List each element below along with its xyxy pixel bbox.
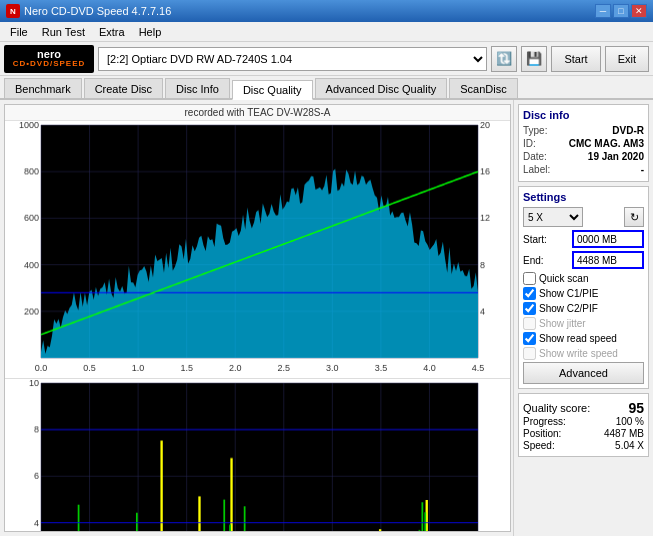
show-c2-pif-checkbox[interactable] (523, 302, 536, 315)
menu-file[interactable]: File (4, 24, 34, 40)
date-value: 19 Jan 2020 (588, 151, 644, 162)
type-value: DVD-R (612, 125, 644, 136)
chart-title: recorded with TEAC DV-W28S-A (5, 105, 510, 121)
progress-label: Progress: (523, 416, 566, 427)
end-label: End: (523, 255, 544, 266)
show-c2-pif-label: Show C2/PIF (539, 303, 598, 314)
id-value: CMC MAG. AM3 (569, 138, 644, 149)
end-row: End: (523, 251, 644, 269)
disc-date-row: Date: 19 Jan 2020 (523, 151, 644, 162)
quick-scan-label: Quick scan (539, 273, 588, 284)
show-jitter-row: Show jitter (523, 317, 644, 330)
nero-logo: nero CD•DVD/SPEED (4, 45, 94, 73)
progress-row: Progress: 100 % (523, 416, 644, 427)
show-c1-pie-row[interactable]: Show C1/PIE (523, 287, 644, 300)
speed-row: 5 X ↻ (523, 207, 644, 227)
tab-create-disc[interactable]: Create Disc (84, 78, 163, 98)
label-label: Label: (523, 164, 550, 175)
maximize-button[interactable]: □ (613, 4, 629, 18)
position-value: 4487 MB (604, 428, 644, 439)
lower-canvas (5, 379, 510, 532)
tab-disc-info[interactable]: Disc Info (165, 78, 230, 98)
menu-run-test[interactable]: Run Test (36, 24, 91, 40)
speed-row: Speed: 5.04 X (523, 440, 644, 451)
chart-area: recorded with TEAC DV-W28S-A PI Errors A… (4, 104, 511, 532)
save-icon-button[interactable]: 💾 (521, 46, 547, 72)
right-panel: Disc info Type: DVD-R ID: CMC MAG. AM3 D… (513, 100, 653, 536)
show-jitter-checkbox (523, 317, 536, 330)
start-input[interactable] (572, 230, 644, 248)
disc-info-title: Disc info (523, 109, 644, 121)
date-label: Date: (523, 151, 547, 162)
toolbar: nero CD•DVD/SPEED [2:2] Optiarc DVD RW A… (0, 42, 653, 76)
show-c2-pif-row[interactable]: Show C2/PIF (523, 302, 644, 315)
disc-label-row: Label: - (523, 164, 644, 175)
show-jitter-label: Show jitter (539, 318, 586, 329)
main-content: recorded with TEAC DV-W28S-A PI Errors A… (0, 100, 653, 536)
speed-select[interactable]: 5 X (523, 207, 583, 227)
id-label: ID: (523, 138, 536, 149)
type-label: Type: (523, 125, 547, 136)
menu-bar: File Run Test Extra Help (0, 22, 653, 42)
exit-button[interactable]: Exit (605, 46, 649, 72)
quality-score-row: Quality score: 95 (523, 400, 644, 416)
start-row: Start: (523, 230, 644, 248)
lower-chart (5, 379, 510, 532)
progress-value: 100 % (616, 416, 644, 427)
settings-refresh-btn[interactable]: ↻ (624, 207, 644, 227)
window-controls: ─ □ ✕ (595, 4, 647, 18)
label-value: - (641, 164, 644, 175)
position-label: Position: (523, 428, 561, 439)
disc-info-section: Disc info Type: DVD-R ID: CMC MAG. AM3 D… (518, 104, 649, 182)
title-bar: N Nero CD-DVD Speed 4.7.7.16 ─ □ ✕ (0, 0, 653, 22)
tab-bar: Benchmark Create Disc Disc Info Disc Qua… (0, 76, 653, 100)
show-c1-pie-checkbox[interactable] (523, 287, 536, 300)
quick-scan-checkbox[interactable] (523, 272, 536, 285)
end-input[interactable] (572, 251, 644, 269)
drive-select[interactable]: [2:2] Optiarc DVD RW AD-7240S 1.04 (98, 47, 487, 71)
results-section: Quality score: 95 Progress: 100 % Positi… (518, 393, 649, 457)
advanced-button[interactable]: Advanced (523, 362, 644, 384)
upper-chart (5, 121, 510, 379)
start-label: Start: (523, 234, 547, 245)
disc-type-row: Type: DVD-R (523, 125, 644, 136)
window-title: Nero CD-DVD Speed 4.7.7.16 (24, 5, 171, 17)
menu-help[interactable]: Help (133, 24, 168, 40)
tab-benchmark[interactable]: Benchmark (4, 78, 82, 98)
refresh-icon-button[interactable]: 🔃 (491, 46, 517, 72)
app-icon: N (6, 4, 20, 18)
menu-extra[interactable]: Extra (93, 24, 131, 40)
show-read-speed-label: Show read speed (539, 333, 617, 344)
quick-scan-row[interactable]: Quick scan (523, 272, 644, 285)
show-c1-pie-label: Show C1/PIE (539, 288, 598, 299)
quality-score-label: Quality score: (523, 402, 590, 414)
show-write-speed-row: Show write speed (523, 347, 644, 360)
settings-title: Settings (523, 191, 644, 203)
show-write-speed-label: Show write speed (539, 348, 618, 359)
tab-scan-disc[interactable]: ScanDisc (449, 78, 517, 98)
speed-value: 5.04 X (615, 440, 644, 451)
charts-container (5, 121, 510, 532)
minimize-button[interactable]: ─ (595, 4, 611, 18)
speed-label: Speed: (523, 440, 555, 451)
upper-canvas (5, 121, 510, 378)
settings-section: Settings 5 X ↻ Start: End: Quick scan (518, 186, 649, 389)
show-write-speed-checkbox (523, 347, 536, 360)
close-button[interactable]: ✕ (631, 4, 647, 18)
quality-score-value: 95 (628, 400, 644, 416)
show-read-speed-row[interactable]: Show read speed (523, 332, 644, 345)
disc-id-row: ID: CMC MAG. AM3 (523, 138, 644, 149)
tab-disc-quality[interactable]: Disc Quality (232, 80, 313, 100)
position-row: Position: 4487 MB (523, 428, 644, 439)
start-button[interactable]: Start (551, 46, 600, 72)
tab-advanced-disc-quality[interactable]: Advanced Disc Quality (315, 78, 448, 98)
show-read-speed-checkbox[interactable] (523, 332, 536, 345)
